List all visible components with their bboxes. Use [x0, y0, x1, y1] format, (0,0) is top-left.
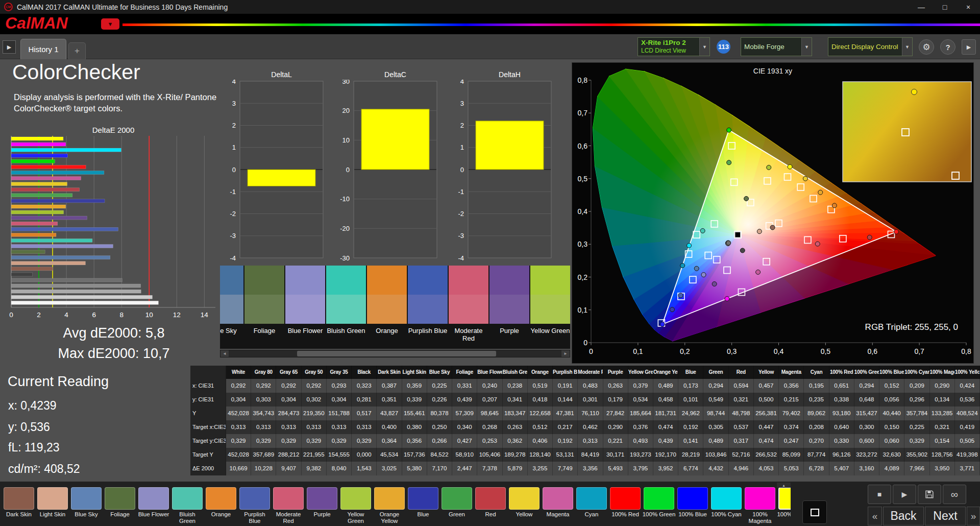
- stop-button[interactable]: ■: [868, 485, 891, 504]
- tick-label: 2: [460, 122, 464, 129]
- horizontal-scrollbar[interactable]: ◄ ►: [220, 350, 570, 357]
- current-reading-fl: fL: 119,23: [8, 441, 60, 455]
- measured-marker: [867, 235, 872, 240]
- table-cell: 323,272: [854, 448, 879, 462]
- patch-swatch-yellow-green[interactable]: Yellow Green: [530, 266, 570, 349]
- pattern-button-100-red[interactable]: 100% Red: [608, 487, 642, 525]
- pattern-button-light-skin[interactable]: Light Skin: [36, 487, 69, 525]
- pattern-button-orange[interactable]: Orange: [204, 487, 238, 525]
- measured-marker: [687, 243, 692, 248]
- pattern-color: [610, 487, 641, 510]
- save-button[interactable]: [918, 485, 941, 504]
- table-cell: 0,329: [904, 434, 929, 448]
- patch-swatch-purplish-blue[interactable]: Purplish Blue: [408, 266, 448, 349]
- logo-menu-button[interactable]: ▼: [101, 18, 119, 30]
- table-cell: 0,419: [955, 420, 980, 434]
- meter-dropdown[interactable]: X-Rite i1Pro 2 LCD Direct View ▼: [638, 37, 710, 56]
- table-cell: 0,290: [930, 379, 955, 393]
- close-button[interactable]: ×: [957, 0, 980, 14]
- help-icon[interactable]: ?: [940, 39, 955, 55]
- play-button[interactable]: ▶: [893, 485, 916, 504]
- patch-swatch-purple[interactable]: Purple: [489, 266, 529, 349]
- tick-label: -10: [340, 195, 350, 203]
- pattern-button-cyan[interactable]: Cyan: [575, 487, 608, 525]
- table-cell: 0,323: [352, 379, 377, 393]
- pattern-button-red[interactable]: Red: [474, 487, 507, 525]
- source-dropdown[interactable]: Mobile Forge ▼: [741, 37, 812, 56]
- table-column-header: Red: [729, 366, 754, 379]
- back-button[interactable]: Back: [883, 507, 924, 525]
- pattern-label: Red: [474, 511, 507, 518]
- next-button[interactable]: Next: [925, 507, 966, 525]
- table-cell: 0,493: [628, 434, 653, 448]
- patch-swatch-orange[interactable]: Orange: [367, 266, 407, 349]
- pattern-button-magenta[interactable]: Magenta: [541, 487, 575, 525]
- pattern-button-yellow-green[interactable]: Yellow Green: [339, 487, 373, 525]
- tab-history-1[interactable]: History 1: [20, 39, 66, 59]
- continuous-measure-button[interactable]: ∞: [943, 485, 966, 504]
- chevron-down-icon[interactable]: ▼: [902, 38, 912, 56]
- display-control-dropdown[interactable]: Direct Display Control ▼: [828, 37, 913, 56]
- swatch-scroll-up-button[interactable]: ▲: [777, 483, 791, 488]
- table-cell: 32,630: [879, 448, 904, 462]
- gear-icon[interactable]: ⚙: [919, 39, 934, 55]
- scroll-left-button[interactable]: ◄: [220, 350, 229, 357]
- pattern-button-orange-yellow[interactable]: Orange Yellow: [373, 487, 406, 525]
- tick-label: 12: [173, 311, 181, 319]
- pattern-button-green[interactable]: Green: [440, 487, 474, 525]
- chevron-down-icon[interactable]: ▼: [801, 38, 812, 56]
- tick-label: 30: [342, 80, 350, 85]
- scroll-right-button[interactable]: ►: [561, 350, 570, 357]
- patch-swatch-bluish-green[interactable]: Bluish Green: [326, 266, 366, 349]
- table-cell: 0,208: [804, 420, 829, 434]
- pattern-button-foliage[interactable]: Foliage: [103, 487, 137, 525]
- tick-label: -1: [230, 188, 236, 196]
- table-cell: 128,140: [528, 448, 553, 462]
- pattern-button-100-cyan[interactable]: 100% Cyan: [709, 487, 743, 525]
- deltaC-chart-title: DeltaC: [354, 70, 437, 79]
- patch-swatch-foliage[interactable]: Foliage: [244, 266, 284, 349]
- pattern-label: 100% Magenta: [743, 511, 777, 524]
- measured-marker: [694, 266, 699, 271]
- collapse-left-panel-button[interactable]: ▶: [3, 40, 16, 54]
- patch-swatch-blue-flower[interactable]: Blue Flower: [285, 266, 325, 349]
- table-cell: 0,221: [603, 434, 628, 448]
- chevron-down-icon[interactable]: ▼: [699, 38, 709, 56]
- pattern-button-100-green[interactable]: 100% Green: [642, 487, 676, 525]
- expand-right-panel-button[interactable]: ▶: [962, 39, 976, 55]
- table-cell: 256,381: [754, 407, 779, 420]
- tick-label: 0,4: [774, 347, 784, 355]
- current-reading-x: x: 0,4239: [8, 399, 57, 413]
- new-tab-button[interactable]: +: [68, 42, 86, 59]
- pattern-button-100-yellow[interactable]: 100% Yellow: [777, 487, 791, 525]
- back-chevron-icon[interactable]: «: [868, 507, 882, 525]
- minimize-button[interactable]: —: [910, 0, 933, 14]
- pattern-window-button[interactable]: [802, 500, 827, 524]
- swatch-target-color: [220, 295, 243, 324]
- tick-label: -3: [458, 232, 464, 240]
- table-cell: 0,296: [904, 393, 929, 407]
- pattern-button-dark-skin[interactable]: Dark Skin: [2, 487, 36, 525]
- pattern-button-yellow[interactable]: Yellow: [507, 487, 541, 525]
- deltaE-bar-gray-65: [11, 290, 141, 293]
- maximize-button[interactable]: □: [933, 0, 957, 14]
- deltaE-bar-purple: [11, 216, 87, 220]
- table-cell: 219,350: [302, 407, 327, 420]
- pattern-button-blue-sky[interactable]: Blue Sky: [69, 487, 103, 525]
- patch-swatch-blue-sky[interactable]: Blue Sky: [220, 266, 243, 349]
- tick-label: 6: [92, 311, 96, 319]
- pattern-button-100-blue[interactable]: 100% Blue: [676, 487, 709, 525]
- pattern-label: 100% Yellow: [777, 511, 791, 518]
- patch-swatch-moderate-red[interactable]: Moderate Red: [449, 266, 488, 349]
- pattern-button-moderate-red[interactable]: Moderate Red: [272, 487, 305, 525]
- table-cell: 266,532: [754, 448, 779, 462]
- pattern-button-purple[interactable]: Purple: [305, 487, 339, 525]
- pattern-button-100-magenta[interactable]: 100% Magenta: [743, 487, 777, 525]
- pattern-button-blue[interactable]: Blue: [406, 487, 440, 525]
- next-chevron-icon[interactable]: »: [967, 507, 980, 525]
- pattern-button-bluish-green[interactable]: Bluish Green: [170, 487, 204, 525]
- pattern-button-purplish-blue[interactable]: Purplish Blue: [238, 487, 272, 525]
- pattern-color: [307, 487, 337, 510]
- scrollbar-thumb[interactable]: [297, 351, 496, 356]
- pattern-button-blue-flower[interactable]: Blue Flower: [137, 487, 170, 525]
